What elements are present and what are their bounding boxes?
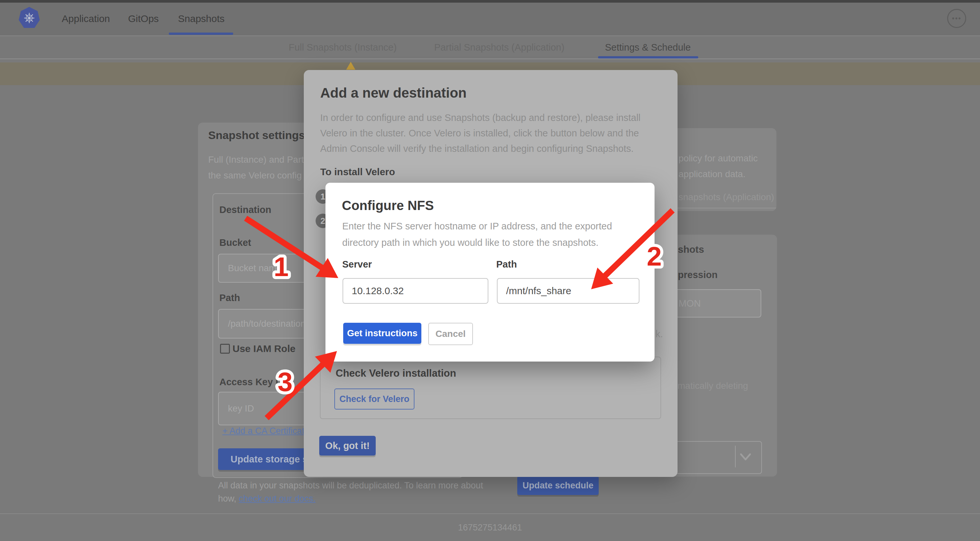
schedule-info-fragment-1: policy for automatic — [679, 153, 758, 164]
snapshot-settings-title: Snapshot settings — [208, 129, 305, 142]
nfs-path-label: Path — [496, 259, 517, 270]
check-for-velero-button[interactable]: Check for Velero — [334, 388, 414, 410]
ok-got-it-button[interactable]: Ok, got it! — [319, 436, 376, 456]
dest-path-label: Path — [220, 292, 240, 303]
update-schedule-label: Update schedule — [522, 480, 593, 491]
active-tab-underline — [169, 32, 233, 35]
retention-note-fragment: matically deleting — [678, 381, 748, 391]
nfs-server-label: Server — [342, 259, 372, 270]
docs-link[interactable]: check out our docs. — [239, 494, 316, 504]
window-top-strip — [0, 0, 980, 3]
nfs-path-value: /mnt/nfs_share — [506, 285, 571, 297]
schedule-tab-underline — [678, 208, 776, 208]
add-destination-body-line1: In order to configure and use Snapshots … — [320, 112, 640, 123]
footer-divider — [0, 513, 980, 514]
subnav-tab-partial-snapshots[interactable]: Partial Snapshots (Application) — [434, 42, 565, 53]
update-schedule-button[interactable]: Update schedule — [517, 476, 599, 495]
ellipsis-icon: ••• — [952, 14, 961, 23]
nav-tab-application[interactable]: Application — [62, 13, 110, 24]
check-velero-section — [320, 357, 661, 419]
iam-role-label: Use IAM Role — [232, 343, 296, 354]
nfs-desc-line2: directory path in which you would like t… — [342, 237, 598, 248]
subnav-tab-settings-schedule[interactable]: Settings & Schedule — [605, 42, 690, 53]
schedule-tab-fragment[interactable]: snapshots (Application) — [679, 192, 774, 203]
nfs-desc-line1: Enter the NFS server hostname or IP addr… — [342, 221, 612, 232]
get-instructions-label: Get instructions — [347, 328, 418, 338]
settings-desc-line1: Full (Instance) and Part — [208, 155, 304, 165]
check-velero-title: Check Velero installation — [336, 367, 456, 379]
cancel-button[interactable]: Cancel — [428, 323, 473, 345]
nav-tab-gitops[interactable]: GitOps — [128, 13, 159, 24]
active-subtab-underline — [598, 56, 698, 59]
to-install-velero-heading: To install Velero — [320, 166, 395, 177]
add-destination-title: Add a new destination — [320, 85, 467, 101]
access-key-placeholder: key ID — [228, 403, 254, 414]
dedup-note-prefix: how, — [218, 494, 239, 504]
bucket-placeholder: Bucket name — [228, 263, 282, 273]
warning-icon — [346, 62, 355, 70]
bucket-label: Bucket — [220, 237, 251, 248]
cron-expression-label-fragment: pression — [678, 270, 718, 280]
add-destination-body-line2: Velero in the cluster. Once Velero is in… — [320, 128, 639, 139]
snapshots-heading-fragment: shots — [678, 244, 704, 255]
check-for-velero-label: Check for Velero — [339, 394, 409, 404]
access-key-label: Access Key I — [220, 377, 278, 388]
overflow-menu-button[interactable]: ••• — [947, 9, 966, 28]
dedup-note-line1: All data in your snapshots will be dedup… — [218, 480, 483, 491]
occluded-text-fragment: k. — [655, 329, 663, 340]
footer-timestamp: 1675275134461 — [424, 523, 556, 533]
destination-label: Destination — [220, 204, 271, 215]
dest-path-placeholder: /path/to/destination — [228, 319, 306, 329]
nfs-server-input[interactable]: 10.128.0.32 — [342, 278, 488, 304]
nav-tab-snapshots[interactable]: Snapshots — [178, 13, 224, 24]
iam-role-checkbox[interactable] — [220, 344, 230, 354]
settings-desc-line2: the same Velero config — [208, 170, 302, 181]
nfs-path-input[interactable]: /mnt/nfs_share — [497, 278, 640, 304]
admin-console-page: ⎈ Application GitOps Snapshots ••• Full … — [0, 0, 980, 541]
cancel-label: Cancel — [436, 329, 466, 339]
dedup-note-line2: how, check out our docs. — [218, 494, 316, 504]
configure-nfs-title: Configure NFS — [342, 198, 434, 213]
ok-got-it-label: Ok, got it! — [325, 440, 369, 451]
cron-expression-value-fragment: MON — [679, 298, 701, 309]
nfs-server-value: 10.128.0.32 — [352, 285, 404, 297]
get-instructions-button[interactable]: Get instructions — [343, 323, 422, 344]
select-divider — [735, 446, 736, 468]
add-ca-certificate-link[interactable]: + Add a CA Certificate — [222, 426, 309, 436]
chevron-down-icon — [738, 451, 753, 463]
schedule-info-fragment-2: application data. — [679, 169, 746, 179]
add-destination-body-line3: Admin Console will verify the installati… — [320, 143, 633, 154]
subnav-tab-full-snapshots[interactable]: Full Snapshots (Instance) — [289, 42, 397, 53]
